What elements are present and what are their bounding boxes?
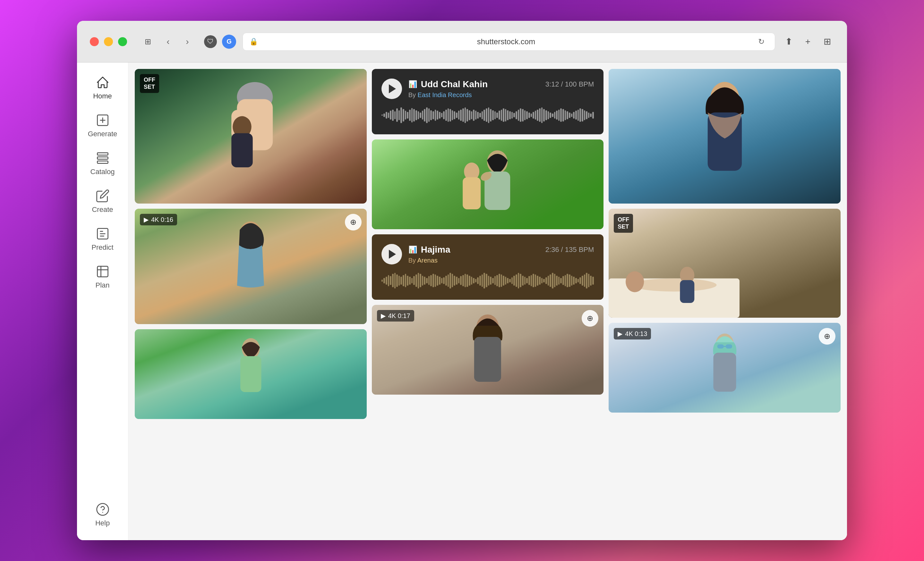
url-text: shutterstock.com [262, 37, 750, 46]
sidebar-home-label: Home [93, 92, 112, 100]
by-label-1: By [408, 91, 418, 99]
traffic-lights [90, 37, 127, 46]
share-button[interactable]: ⬆ [782, 34, 796, 49]
google-icon: G [222, 34, 236, 49]
music-2-info: 📊 Hajima 2:36 / 135 BPM By Arenas [408, 245, 594, 264]
sidebar-item-catalog[interactable]: Catalog [77, 145, 128, 183]
browser-chrome: ⊞ ‹ › 🛡 G 🔒 shutterstock.com ↻ ⬆ + ⊞ [77, 21, 847, 63]
waveform-2 [381, 271, 594, 290]
svg-rect-30 [680, 280, 694, 303]
svg-rect-32 [717, 344, 724, 349]
music-1-title: Udd Chal Kahin [421, 79, 488, 90]
maximize-button[interactable] [118, 37, 127, 46]
reload-button[interactable]: ↻ [754, 34, 768, 49]
column-1: OFFSET ▶ [135, 69, 367, 419]
sidebar-catalog-label: Catalog [90, 168, 115, 176]
close-button[interactable] [90, 37, 99, 46]
sidebar: Home Generate Catalog [77, 63, 128, 540]
sidebar-item-plan[interactable]: Plan [77, 258, 128, 296]
minimize-button[interactable] [104, 37, 113, 46]
card-video-central-asia[interactable]: ▶ 4K 0:16 ⊕ [135, 209, 367, 324]
svg-rect-23 [474, 337, 501, 382]
browser-content: Home Generate Catalog [77, 63, 847, 540]
sidebar-item-create[interactable]: Create [77, 183, 128, 220]
zoom-button-central-asia[interactable]: ⊕ [345, 214, 362, 230]
card-video-young-man[interactable]: ▶ 4K 0:17 ⊕ [372, 305, 604, 395]
card-asian-woman[interactable] [609, 69, 841, 203]
music-card-2-header: 📊 Hajima 2:36 / 135 BPM By Arenas [381, 244, 594, 265]
by-label-2: By [408, 257, 417, 264]
zoom-button-young-man[interactable]: ⊕ [582, 310, 598, 327]
masonry-grid: OFFSET ▶ [135, 69, 841, 419]
card-music-1[interactable]: 📊 Udd Chal Kahin 3:12 / 100 BPM By East … [372, 69, 604, 134]
card-woman-library[interactable] [135, 329, 367, 419]
sidebar-item-generate[interactable]: Generate [77, 107, 128, 145]
back-button[interactable]: ‹ [161, 34, 175, 49]
card-family-bed[interactable]: OFFSET [609, 209, 841, 318]
card-music-2[interactable]: 📊 Hajima 2:36 / 135 BPM By Arenas [372, 234, 604, 300]
video-icon-2: ▶ [381, 312, 386, 320]
svg-rect-11 [257, 110, 270, 139]
music-bars-icon-2: 📊 [408, 245, 417, 254]
svg-point-28 [626, 271, 644, 292]
svg-rect-33 [725, 344, 732, 349]
svg-rect-13 [231, 133, 253, 168]
svg-rect-35 [713, 353, 736, 391]
music-2-title: Hajima [421, 245, 450, 255]
svg-point-6 [97, 504, 108, 516]
video-icon-3: ▶ [618, 330, 622, 338]
url-bar[interactable]: 🔒 shutterstock.com ↻ [243, 33, 775, 51]
svg-rect-2 [97, 157, 108, 159]
waveform-1 [381, 105, 594, 125]
browser-controls: ⊞ ‹ › [140, 34, 194, 50]
tab-grid-button[interactable]: ⊞ [820, 34, 834, 49]
column-2: 📊 Udd Chal Kahin 3:12 / 100 BPM By East … [372, 69, 604, 419]
forward-button[interactable]: › [180, 34, 194, 49]
content-grid[interactable]: OFFSET ▶ [128, 63, 847, 540]
video-badge-young-man: ▶ 4K 0:17 [377, 310, 414, 322]
browser-window: ⊞ ‹ › 🛡 G 🔒 shutterstock.com ↻ ⬆ + ⊞ H [77, 21, 847, 540]
sidebar-plan-label: Plan [95, 281, 110, 289]
music-1-duration: 3:12 / 100 BPM [545, 80, 594, 88]
lock-icon: 🔒 [249, 37, 258, 46]
sidebar-predict-label: Predict [92, 243, 113, 252]
video-badge-central-asia: ▶ 4K 0:16 [140, 214, 177, 225]
music-2-play-button[interactable] [381, 244, 402, 265]
offset-badge-grandma: OFFSET [140, 74, 159, 93]
music-bars-icon-1: 📊 [408, 80, 417, 88]
sidebar-item-predict[interactable]: Predict [77, 220, 128, 258]
sidebar-generate-label: Generate [88, 130, 117, 138]
sidebar-item-help[interactable]: Help [77, 496, 128, 534]
play-icon-1 [389, 84, 396, 93]
card-video-teal[interactable]: ▶ 4K 0:13 ⊕ [609, 323, 841, 413]
offset-badge-bed: OFFSET [614, 214, 633, 233]
video-icon: ▶ [144, 216, 148, 223]
music-1-artist[interactable]: East India Records [418, 91, 472, 99]
play-icon-2 [389, 250, 396, 259]
music-2-duration: 2:36 / 135 BPM [545, 245, 594, 254]
music-card-1-header: 📊 Udd Chal Kahin 3:12 / 100 BPM By East … [381, 79, 594, 99]
card-grandma[interactable]: OFFSET [135, 69, 367, 203]
shield-icon: 🛡 [204, 35, 217, 48]
column-3: OFFSET [609, 69, 841, 419]
sidebar-toggle-button[interactable]: ⊞ [140, 34, 156, 50]
svg-rect-5 [97, 266, 108, 277]
music-1-play-button[interactable] [381, 79, 402, 99]
svg-rect-16 [240, 356, 261, 392]
video-badge-teal: ▶ 4K 0:13 [614, 328, 651, 340]
card-parent-child[interactable] [372, 139, 604, 229]
svg-point-27 [632, 278, 717, 292]
music-2-artist[interactable]: Arenas [417, 257, 437, 264]
sidebar-create-label: Create [92, 205, 113, 214]
svg-rect-3 [97, 161, 108, 163]
new-tab-button[interactable]: + [801, 34, 815, 49]
browser-actions: ⬆ + ⊞ [782, 34, 834, 49]
svg-rect-1 [97, 153, 108, 155]
zoom-button-teal[interactable]: ⊕ [819, 328, 836, 345]
svg-rect-20 [463, 177, 481, 209]
sidebar-item-home[interactable]: Home [77, 69, 128, 107]
sidebar-help-label: Help [95, 519, 110, 527]
music-1-info: 📊 Udd Chal Kahin 3:12 / 100 BPM By East … [408, 79, 594, 99]
